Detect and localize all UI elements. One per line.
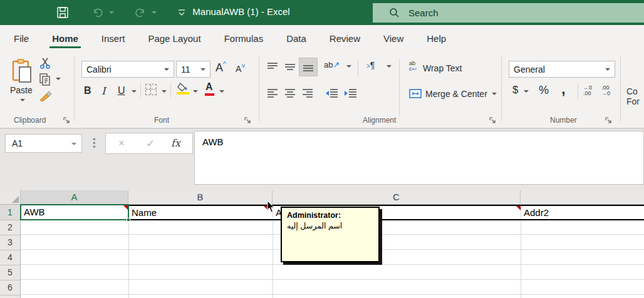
copy-dropdown-icon[interactable] xyxy=(56,78,61,80)
decrease-indent-icon[interactable] xyxy=(325,88,339,99)
orientation-dropdown-icon[interactable] xyxy=(346,65,351,68)
comma-style-button[interactable]: , xyxy=(561,80,566,98)
select-all-triangle-icon xyxy=(12,196,19,203)
row-header-3[interactable]: 3 xyxy=(0,235,21,250)
excel-window: ManualAWB (1) - Excel Search File Home I… xyxy=(0,0,644,298)
font-size-combobox[interactable]: 11 xyxy=(176,61,210,78)
number-group: General $ % , ←0 .00 .00 →0 Number xyxy=(501,53,620,128)
tab-help[interactable]: Help xyxy=(425,26,447,51)
tab-home[interactable]: Home xyxy=(51,26,80,51)
percent-style-button[interactable]: % xyxy=(539,84,549,97)
mouse-cursor-icon xyxy=(267,201,276,213)
alignment-group: ab↗ >¶ ab c↩ Wrap Text xyxy=(259,53,501,128)
italic-button[interactable]: I xyxy=(101,85,105,97)
column-header-A[interactable]: A xyxy=(21,190,128,205)
comment-author: Administrator: xyxy=(287,211,373,220)
cell-A1-value: AWB xyxy=(24,205,45,220)
cancel-icon[interactable]: × xyxy=(118,137,125,150)
name-box[interactable]: A1 xyxy=(5,134,82,153)
font-name-value: Calibri xyxy=(86,64,112,74)
accounting-dropdown-icon[interactable] xyxy=(524,90,529,93)
font-name-combobox[interactable]: Calibri xyxy=(81,61,174,78)
align-center-icon[interactable] xyxy=(284,88,296,99)
name-box-dropdown-icon[interactable] xyxy=(71,143,76,145)
number-format-dropdown-icon[interactable] xyxy=(605,68,610,71)
cell-D1[interactable]: Addr2 xyxy=(524,205,549,220)
decrease-decimal-button[interactable]: .00 →0 xyxy=(601,85,610,96)
tab-review[interactable]: Review xyxy=(328,26,361,51)
paste-button[interactable]: Paste xyxy=(10,85,33,95)
ribbon-tab-row: File Home Insert Page Layout Formulas Da… xyxy=(0,25,644,53)
grow-font-button[interactable]: A^ xyxy=(216,60,226,74)
window-title: ManualAWB (1) - Excel xyxy=(157,6,326,17)
middle-align-icon[interactable] xyxy=(284,61,296,73)
reading-order-icon[interactable]: >¶ xyxy=(366,60,375,70)
search-box[interactable]: Search xyxy=(373,3,644,23)
borders-dropdown-icon[interactable] xyxy=(162,90,167,93)
format-painter-icon[interactable] xyxy=(38,89,53,103)
underline-dropdown-icon[interactable] xyxy=(132,90,137,93)
font-group-label: Font xyxy=(154,116,169,125)
formula-input[interactable]: AWB xyxy=(194,131,644,185)
tab-data[interactable]: Data xyxy=(285,26,308,51)
insert-function-icon[interactable]: fx xyxy=(171,137,180,149)
comment-tooltip: Administrator: اسم المرسل إليه xyxy=(281,207,380,262)
bottom-align-button[interactable] xyxy=(299,58,318,76)
wrap-text-button[interactable]: Wrap Text xyxy=(423,63,462,73)
save-icon[interactable] xyxy=(56,6,69,19)
row-header-4[interactable]: 4 xyxy=(0,250,21,265)
tab-insert[interactable]: Insert xyxy=(100,26,127,51)
paste-dropdown-icon[interactable] xyxy=(20,99,25,101)
formula-bar-drag-handle[interactable]: ••• xyxy=(93,138,96,149)
tab-formulas[interactable]: Formulas xyxy=(223,26,265,51)
clipboard-group-label: Clipboard xyxy=(14,116,46,125)
row-header-5[interactable]: 5 xyxy=(0,265,21,280)
alignment-dialog-launcher-icon[interactable] xyxy=(489,117,496,124)
bold-button[interactable]: B xyxy=(84,85,91,96)
row-header-1[interactable]: 1 xyxy=(0,205,21,220)
fill-handle[interactable] xyxy=(127,218,130,222)
accounting-format-button[interactable]: $ xyxy=(512,84,518,96)
font-size-dropdown-icon[interactable] xyxy=(200,68,205,71)
tab-view[interactable]: View xyxy=(382,26,405,51)
selected-cell-A1[interactable]: AWB xyxy=(20,204,129,220)
column-header-B[interactable]: B xyxy=(128,190,273,205)
merge-center-button[interactable]: Merge & Center xyxy=(425,89,487,99)
clipboard-dialog-launcher-icon[interactable] xyxy=(63,117,70,124)
row-header-2[interactable]: 2 xyxy=(0,220,21,235)
fill-color-icon[interactable] xyxy=(177,82,189,92)
copy-icon[interactable] xyxy=(39,73,51,86)
orientation-icon[interactable]: ab↗ xyxy=(324,60,340,69)
row-header-6[interactable]: 6 xyxy=(0,280,21,295)
increase-decimal-button[interactable]: ←0 .00 xyxy=(583,85,592,96)
column-header-D[interactable] xyxy=(521,190,644,205)
shrink-font-button[interactable]: A˅ xyxy=(236,62,246,74)
merge-center-dropdown-icon[interactable] xyxy=(492,93,497,95)
conditional-formatting-button[interactable]: Co For xyxy=(626,86,640,106)
align-left-icon[interactable] xyxy=(266,88,279,99)
top-align-icon[interactable] xyxy=(266,61,279,73)
increase-indent-icon[interactable] xyxy=(344,88,358,99)
borders-icon[interactable] xyxy=(145,84,157,95)
formula-button-strip: × ✓ fx xyxy=(105,133,193,154)
align-right-icon[interactable] xyxy=(301,88,314,99)
number-dialog-launcher-icon[interactable] xyxy=(605,117,612,124)
tab-file[interactable]: File xyxy=(13,26,30,51)
font-name-dropdown-icon[interactable] xyxy=(164,68,169,71)
reading-order-dropdown-icon[interactable] xyxy=(387,65,392,68)
fill-color-dropdown-icon[interactable] xyxy=(193,90,198,93)
font-color-dropdown-icon[interactable] xyxy=(219,90,224,93)
cell-B1[interactable]: Name xyxy=(132,205,157,220)
select-all-corner[interactable] xyxy=(0,190,21,205)
paste-icon[interactable] xyxy=(11,59,33,84)
number-format-combobox[interactable]: General xyxy=(509,61,615,78)
cut-icon[interactable] xyxy=(39,58,52,69)
font-dialog-launcher-icon[interactable] xyxy=(244,117,251,124)
column-header-C[interactable]: C xyxy=(273,190,521,205)
enter-icon[interactable]: ✓ xyxy=(146,137,155,150)
formula-content: AWB xyxy=(202,136,224,147)
underline-button[interactable]: U xyxy=(118,85,125,96)
undo-icon xyxy=(93,8,104,18)
tab-page-layout[interactable]: Page Layout xyxy=(147,26,202,51)
font-color-icon[interactable]: A xyxy=(205,81,213,93)
